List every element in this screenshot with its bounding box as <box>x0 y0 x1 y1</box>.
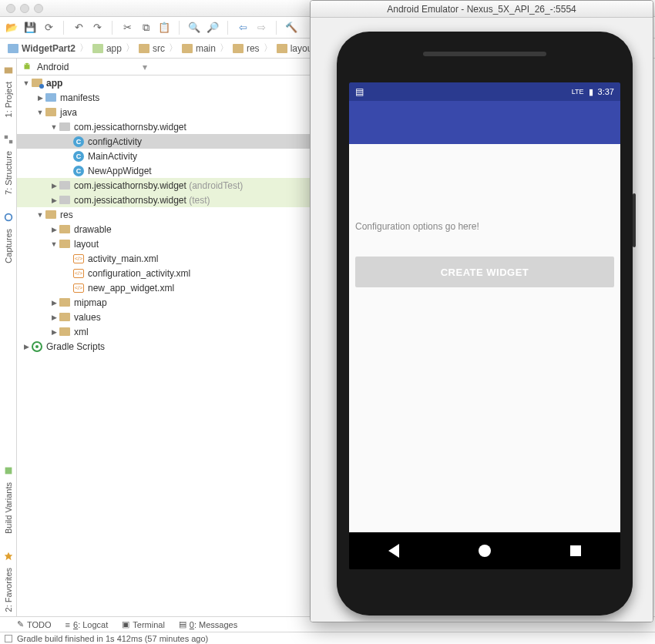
tool-structure[interactable]: 7: Structure <box>0 128 16 206</box>
xml-file-icon: </> <box>73 254 84 263</box>
zoom-out-icon[interactable]: 🔍 <box>187 21 201 35</box>
emulator-window[interactable]: Android Emulator - Nexus_5X_API_26_-:555… <box>310 0 653 622</box>
module-icon <box>8 44 18 53</box>
zoom-in-icon[interactable]: 🔎 <box>206 21 220 35</box>
structure-icon <box>3 134 14 145</box>
emulator-title: Android Emulator - Nexus_5X_API_26_-:555… <box>387 4 576 15</box>
android-status-bar[interactable]: ▤ LTE ▮ 3:37 <box>349 82 620 101</box>
svg-rect-4 <box>5 468 12 475</box>
tool-label: 0: Messages <box>190 620 237 629</box>
device-power-button[interactable] <box>633 193 636 247</box>
folder-icon <box>182 44 193 53</box>
copy-icon[interactable]: ⧉ <box>139 21 153 35</box>
save-icon[interactable]: 💾 <box>23 21 37 35</box>
tree-label-suffix: (androidTest) <box>189 180 243 191</box>
project-view-selector[interactable]: Android ▾ <box>22 62 147 72</box>
breadcrumb-res[interactable]: res <box>230 43 263 54</box>
breadcrumb-root[interactable]: WidgetPart2 <box>5 43 79 54</box>
android-icon <box>22 62 32 72</box>
favorites-icon <box>3 551 14 562</box>
tree-label: com.jessicathornsby.widget <box>74 180 186 191</box>
breadcrumb-app[interactable]: app <box>89 43 125 54</box>
svg-point-3 <box>5 214 12 221</box>
cut-icon[interactable]: ✂ <box>120 21 134 35</box>
terminal-icon: ▣ <box>122 619 129 629</box>
folder-icon <box>45 93 56 102</box>
traffic-zoom-icon[interactable] <box>34 4 43 13</box>
tool-build-variants[interactable]: Build Variants <box>0 459 16 545</box>
tree-label: activity_main.xml <box>88 253 158 264</box>
svg-marker-5 <box>4 552 12 561</box>
breadcrumb-label: src <box>153 43 165 54</box>
tool-favorites[interactable]: 2: Favorites <box>0 545 16 622</box>
build-variants-icon <box>3 465 14 476</box>
nav-recent-icon[interactable] <box>570 545 581 556</box>
class-icon: C <box>73 151 84 162</box>
package-icon <box>59 196 70 204</box>
tree-label: values <box>74 312 101 323</box>
redo-icon[interactable]: ↷ <box>90 21 104 35</box>
undo-icon[interactable]: ↶ <box>72 21 86 35</box>
device-screen[interactable]: ▤ LTE ▮ 3:37 Configuration options go he… <box>349 82 620 569</box>
tree-label: com.jessicathornsby.widget <box>74 122 186 132</box>
clock-label: 3:37 <box>598 87 614 96</box>
tree-label: app <box>46 78 62 89</box>
svg-rect-1 <box>4 136 7 139</box>
tree-label: MainActivity <box>88 151 137 162</box>
tool-label: TODO <box>27 620 52 629</box>
paste-icon[interactable]: 📋 <box>157 21 171 35</box>
tool-captures[interactable]: Captures <box>0 206 16 274</box>
folder-icon <box>59 225 70 233</box>
battery-icon: ▮ <box>589 87 593 97</box>
tree-label-suffix: (test) <box>189 195 210 206</box>
tool-terminal[interactable]: ▣Terminal <box>122 619 165 629</box>
create-widget-button[interactable]: CREATE WIDGET <box>355 257 614 287</box>
folder-icon <box>59 327 70 336</box>
tool-label: Build Variants <box>2 478 15 538</box>
breadcrumb-src[interactable]: src <box>136 43 168 54</box>
folder-icon <box>59 240 70 248</box>
android-nav-bar <box>349 532 620 569</box>
tool-project[interactable]: 1: Project <box>0 59 16 128</box>
nav-home-icon[interactable] <box>479 545 491 557</box>
tool-messages[interactable]: ▤0: Messages <box>179 619 237 629</box>
folder-icon <box>233 44 244 53</box>
tool-todo[interactable]: ✎TODO <box>17 619 52 629</box>
messages-icon: ▤ <box>179 619 186 629</box>
traffic-close-icon[interactable] <box>6 4 15 13</box>
tool-logcat[interactable]: ≡6: Logcat <box>66 620 109 629</box>
chevron-down-icon: ▾ <box>73 62 147 72</box>
svg-point-7 <box>28 63 29 64</box>
tree-label: layout <box>74 239 99 250</box>
package-icon <box>59 181 70 190</box>
folder-icon <box>45 210 56 219</box>
tree-label: NewAppWidget <box>88 166 152 176</box>
open-icon[interactable]: 📂 <box>5 21 18 35</box>
emulator-titlebar[interactable]: Android Emulator - Nexus_5X_API_26_-:555… <box>311 1 653 18</box>
sync-icon[interactable]: ⟳ <box>42 21 55 35</box>
device-frame: ▤ LTE ▮ 3:37 Configuration options go he… <box>337 32 633 615</box>
svg-rect-0 <box>4 68 12 74</box>
todo-icon: ✎ <box>17 619 24 629</box>
tool-label: 7: Structure <box>2 146 15 200</box>
tree-label: com.jessicathornsby.widget <box>74 195 186 206</box>
traffic-minimize-icon[interactable] <box>20 4 29 13</box>
status-indicator-icon[interactable] <box>5 635 12 642</box>
tool-label: 2: Favorites <box>2 563 15 616</box>
status-message: Gradle build finished in 1s 412ms (57 mi… <box>17 634 208 643</box>
build-icon[interactable]: 🔨 <box>284 21 298 35</box>
tree-label: Gradle Scripts <box>46 341 105 352</box>
forward-icon[interactable]: ⇨ <box>254 21 268 35</box>
logcat-icon: ≡ <box>66 620 70 629</box>
xml-file-icon: </> <box>73 283 84 293</box>
breadcrumb-main[interactable]: main <box>179 43 219 54</box>
nav-back-icon[interactable] <box>388 544 399 558</box>
tree-label: res <box>60 210 73 220</box>
app-content: Configuration options go here! CREATE WI… <box>349 144 620 532</box>
tool-label: 1: Project <box>2 77 15 122</box>
tool-label: Captures <box>2 224 15 268</box>
back-icon[interactable]: ⇦ <box>236 21 250 35</box>
lte-label: LTE <box>572 88 584 96</box>
breadcrumb-label: res <box>247 43 260 54</box>
tree-label: configActivity <box>88 136 142 147</box>
